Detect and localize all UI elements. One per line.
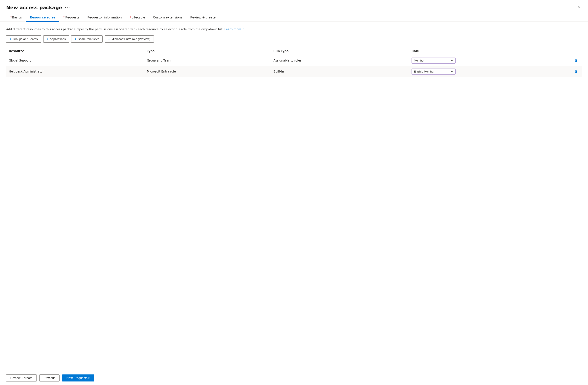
add-microsoft-entra-role-button[interactable]: + Microsoft Entra role (Preview) [105,35,154,43]
add-resource-buttons: + Groups and Teams + Applications + Shar… [6,35,582,43]
more-options-icon[interactable]: ··· [65,5,70,10]
role-cell: Member Owner [409,55,570,66]
dialog-title: New access package [6,5,62,10]
col-header-role: Role [409,47,570,55]
table-row: Helpdesk Administrator Microsoft Entra r… [6,66,582,77]
plus-icon: + [108,37,110,41]
previous-button[interactable]: Previous [39,374,60,382]
tab-requests[interactable]: *Requests [59,13,83,22]
dialog-header-left: New access package ··· [6,5,70,10]
required-marker: * [10,16,12,19]
role-dropdown-row1[interactable]: Member Owner [412,58,456,64]
action-cell [570,55,582,66]
table-header-row: Resource Type Sub Type Role [6,47,582,55]
col-header-action [570,47,582,55]
plus-icon: + [9,37,11,41]
review-create-button[interactable]: Review + create [6,374,37,382]
role-select-wrapper: Eligible Member Active Member [412,68,456,74]
delete-row1-button[interactable] [573,58,579,63]
external-link-icon: ↗ [241,27,244,30]
role-select-wrapper: Member Owner [412,58,456,64]
col-header-resource: Resource [6,47,144,55]
tab-review-create[interactable]: Review + create [186,13,219,22]
role-dropdown-row2[interactable]: Eligible Member Active Member [412,68,456,74]
tab-custom-extensions[interactable]: Custom extensions [149,13,186,22]
tab-resource-roles[interactable]: Resource roles [26,13,59,22]
trash-icon [574,59,578,63]
type-cell: Group and Team [144,55,271,66]
subtype-cell: Assignable to roles [271,55,409,66]
add-sharepoint-sites-button[interactable]: + SharePoint sites [71,35,103,43]
resource-table: Resource Type Sub Type Role Global Suppo… [6,47,582,77]
col-header-type: Type [144,47,271,55]
action-cell [570,66,582,77]
role-cell: Eligible Member Active Member [409,66,570,77]
description-text: Add different resources to this access p… [6,27,582,31]
close-button[interactable]: ✕ [576,4,582,11]
resource-name-cell: Helpdesk Administrator [6,66,144,77]
tab-lifecycle[interactable]: *Lifecycle [126,13,149,22]
subtype-cell: Built-In [271,66,409,77]
tab-requestor-information[interactable]: Requestor information [83,13,126,22]
table-row: Global Support Group and Team Assignable… [6,55,582,66]
main-content: Add different resources to this access p… [0,22,588,371]
resource-name-cell: Global Support [6,55,144,66]
tab-basics[interactable]: *Basics [6,13,26,22]
learn-more-link[interactable]: Learn more ↗ [224,27,244,31]
trash-icon [574,69,578,73]
type-cell: Microsoft Entra role [144,66,271,77]
add-groups-teams-button[interactable]: + Groups and Teams [6,35,41,43]
required-marker: * [130,16,131,19]
delete-row2-button[interactable] [573,68,579,74]
add-applications-button[interactable]: + Applications [43,35,69,43]
col-header-subtype: Sub Type [271,47,409,55]
new-access-package-dialog: New access package ··· ✕ *Basics Resourc… [0,0,588,385]
dialog-footer: Review + create Previous Next: Requests … [0,371,588,385]
dialog-header: New access package ··· ✕ [0,0,588,13]
next-button[interactable]: Next: Requests > [62,374,94,382]
required-marker: * [63,16,65,19]
plus-icon: + [75,37,77,41]
plus-icon: + [47,37,49,41]
tabs-nav: *Basics Resource roles *Requests Request… [0,13,588,22]
close-icon: ✕ [577,5,581,10]
